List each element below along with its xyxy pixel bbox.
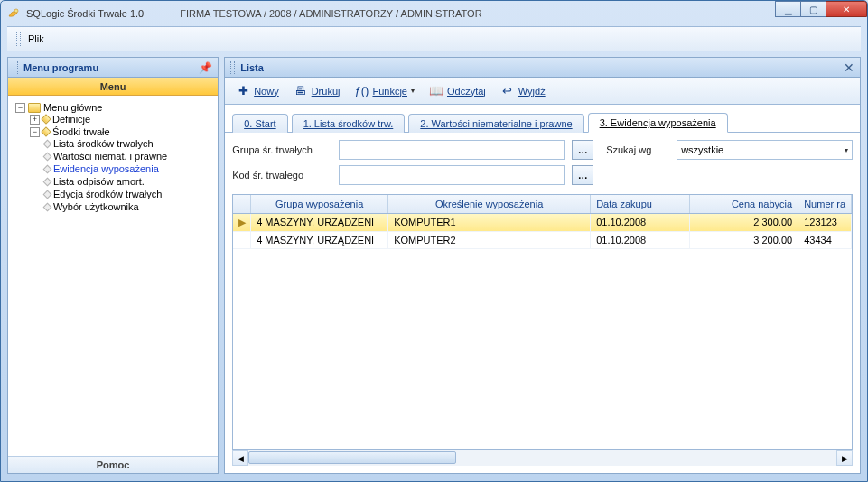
titlebar: SQLogic Środki Trwałe 1.0 FIRMA TESTOWA … xyxy=(1,1,867,26)
pin-icon[interactable]: 📌 xyxy=(199,61,212,74)
tree-item[interactable]: Lista środków trwałych xyxy=(44,138,214,149)
app-title: SQLogic Środki Trwałe 1.0 xyxy=(26,8,144,19)
grupa-input[interactable] xyxy=(339,140,565,160)
grip-icon xyxy=(230,61,235,74)
main-title: Lista xyxy=(240,62,264,73)
close-button[interactable]: ✕ xyxy=(826,1,867,17)
diamond-icon xyxy=(43,190,52,199)
horizontal-scrollbar[interactable]: ◀ ▶ xyxy=(232,450,853,466)
exit-button[interactable]: ↩Wyjdź xyxy=(495,82,551,100)
expand-icon[interactable]: + xyxy=(30,115,40,125)
nav-tree: − Menu główne + Definicje xyxy=(8,96,218,456)
table-row[interactable]: ▶ 4 MASZYNY, URZĄDZENI KOMPUTER1 01.10.2… xyxy=(233,214,852,232)
tabs: 0. Start 1. Lista środków trw. 2. Wartoś… xyxy=(225,105,860,133)
col-indicator[interactable] xyxy=(233,195,251,213)
scroll-left-button[interactable]: ◀ xyxy=(232,450,248,466)
grip-icon xyxy=(16,32,21,46)
diamond-icon xyxy=(41,126,51,136)
col-grupa[interactable]: Grupa wyposażenia xyxy=(251,195,388,213)
diamond-icon xyxy=(43,177,52,186)
tree-srodki[interactable]: − Środki trwałe xyxy=(30,126,214,137)
print-icon: 🖶 xyxy=(294,84,308,98)
kod-picker-button[interactable]: … xyxy=(572,165,593,185)
diamond-icon xyxy=(43,152,52,161)
grupa-picker-button[interactable]: … xyxy=(572,140,593,160)
tree-item[interactable]: Lista odpisów amort. xyxy=(44,176,214,187)
tab-ewidencja[interactable]: 3. Ewidencja wyposażenia xyxy=(588,113,728,133)
sidebar-title: Menu programu xyxy=(23,62,98,73)
new-button[interactable]: ✚Nowy xyxy=(230,82,285,100)
folder-icon xyxy=(28,103,41,113)
menu-file[interactable]: Plik xyxy=(28,33,44,44)
grid-header: Grupa wyposażenia Określenie wyposażenia… xyxy=(233,195,852,214)
grid-body: ▶ 4 MASZYNY, URZĄDZENI KOMPUTER1 01.10.2… xyxy=(233,214,852,449)
sidebar-header: Menu programu 📌 xyxy=(8,58,218,78)
main-panel: Lista ✕ ✚Nowy 🖶Drukuj ƒ()Funkcje▾ 📖Odczy… xyxy=(224,57,861,474)
tab-wartosci[interactable]: 2. Wartości niematerialne i prawne xyxy=(408,114,583,133)
diamond-icon xyxy=(43,164,52,173)
tree-definicje[interactable]: + Definicje xyxy=(30,114,214,125)
minimize-button[interactable]: ▁ xyxy=(775,1,800,17)
exit-icon: ↩ xyxy=(500,84,515,98)
chevron-down-icon: ▾ xyxy=(411,87,415,95)
tab-lista[interactable]: 1. Lista środków trw. xyxy=(292,114,406,133)
col-numer[interactable]: Numer ra xyxy=(798,195,852,213)
filter-form: Grupa śr. trwałych … Szukaj wg wszystkie… xyxy=(225,133,860,189)
tree-item[interactable]: Wybór użytkownika xyxy=(44,201,214,212)
col-data[interactable]: Data zakupu xyxy=(591,195,690,213)
tree-item[interactable]: Wartości niemat. i prawne xyxy=(44,151,214,162)
tree-root[interactable]: − Menu główne xyxy=(15,102,214,113)
diamond-icon xyxy=(43,202,52,211)
table-row[interactable]: 4 MASZYNY, URZĄDZENI KOMPUTER2 01.10.200… xyxy=(233,232,852,249)
label-kod: Kod śr. trwałego xyxy=(232,170,331,181)
collapse-icon[interactable]: − xyxy=(15,103,25,113)
function-icon: ƒ() xyxy=(354,84,369,98)
tree-item[interactable]: Edycja środków trwałych xyxy=(44,189,214,199)
scroll-thumb[interactable] xyxy=(248,451,456,464)
panel-close-icon[interactable]: ✕ xyxy=(844,60,854,75)
col-cena[interactable]: Cena nabycia xyxy=(690,195,798,213)
maximize-button[interactable]: ▢ xyxy=(800,1,826,17)
print-button[interactable]: 🖶Drukuj xyxy=(288,82,346,100)
menubar: Plik xyxy=(7,26,861,51)
main-header: Lista ✕ xyxy=(225,58,860,78)
toolbar: ✚Nowy 🖶Drukuj ƒ()Funkcje▾ 📖Odczytaj ↩Wyj… xyxy=(225,78,860,105)
scroll-right-button[interactable]: ▶ xyxy=(836,450,853,466)
sidebar-tab-help[interactable]: Pomoc xyxy=(8,456,218,473)
app-context: FIRMA TESTOWA / 2008 / ADMINISTRATORZY /… xyxy=(180,8,481,19)
collapse-icon[interactable]: − xyxy=(30,127,40,137)
sidebar-panel: Menu programu 📌 Menu − Menu główne xyxy=(7,57,219,474)
chevron-down-icon: ▾ xyxy=(845,146,848,154)
diamond-icon xyxy=(43,139,52,148)
kod-input[interactable] xyxy=(339,165,565,185)
grip-icon xyxy=(14,61,18,74)
szukaj-combo[interactable]: wszystkie▾ xyxy=(677,140,853,160)
col-okreslenie[interactable]: Określenie wyposażenia xyxy=(388,195,591,213)
tree-item-selected[interactable]: Ewidencja wyposażenia xyxy=(44,163,214,174)
functions-button[interactable]: ƒ()Funkcje▾ xyxy=(349,82,420,100)
row-indicator-icon: ▶ xyxy=(233,214,251,231)
diamond-icon xyxy=(41,114,51,124)
tab-start[interactable]: 0. Start xyxy=(232,114,287,133)
svg-point-0 xyxy=(14,9,18,13)
data-grid: Grupa wyposażenia Określenie wyposażenia… xyxy=(232,194,853,450)
read-button[interactable]: 📖Odczytaj xyxy=(424,82,491,100)
new-icon: ✚ xyxy=(236,84,250,98)
sidebar-tab-menu[interactable]: Menu xyxy=(8,78,218,96)
app-logo-icon xyxy=(6,6,21,21)
label-grupa: Grupa śr. trwałych xyxy=(232,144,331,155)
book-icon: 📖 xyxy=(429,84,443,98)
label-szukaj: Szukaj wg xyxy=(606,144,669,155)
